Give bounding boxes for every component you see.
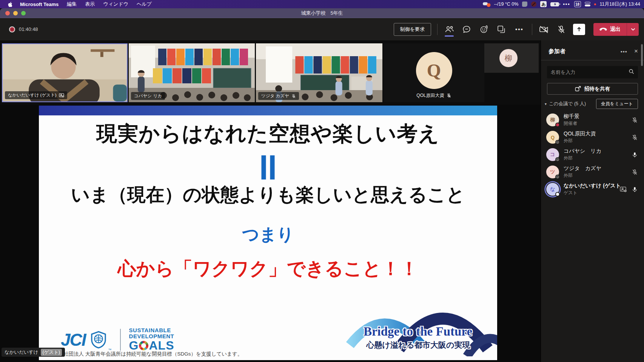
screen-share-stage: 現実からはなれた空想や楽しい考え いま（現在）の状態よりも楽しいと思えること つ… (0, 105, 541, 362)
leave-button-label: 退出 (610, 26, 621, 33)
avatar: コ × (546, 148, 559, 161)
avatar: ツ × (546, 166, 559, 178)
mute-all-button[interactable]: 全員をミュート (596, 99, 638, 109)
participant-row[interactable]: Q × QOL原田大資 外部 (541, 129, 644, 146)
search-icon[interactable] (629, 69, 634, 76)
video-tile-nakai[interactable]: なかいだいすけ (ゲスト) (2, 43, 128, 102)
tile-participant-name: ツジタ カズヤ (261, 93, 289, 99)
toolbar-separator (437, 24, 438, 35)
presence-available-icon (555, 192, 560, 196)
participant-search[interactable] (547, 66, 638, 78)
avatar-initial: Q (551, 135, 555, 140)
sdg-goals-rest: ALS (149, 339, 174, 352)
tile-name-tag: ツジタ カズヤ (258, 92, 299, 100)
panel-title: 参加者 (548, 48, 621, 55)
mic-off-icon (447, 93, 451, 98)
window-titlebar: 城東小学校 5年生 (0, 8, 644, 18)
do-not-disturb-icon[interactable] (531, 2, 536, 7)
control-center-icon[interactable] (585, 2, 590, 6)
sdg-logo: SUSTAINABLE DEVELOPMENT G ALS (129, 327, 174, 352)
participant-list: 柳 柳千景 開催者 Q × QOL原田大資 外部 (541, 111, 644, 198)
weather-icon[interactable] (483, 2, 490, 7)
share-invite-button[interactable]: 招待を共有 (547, 83, 638, 95)
menu-view[interactable]: 表示 (85, 1, 95, 8)
share-invite-icon (575, 86, 581, 92)
apple-icon[interactable] (8, 2, 13, 7)
more-actions-icon[interactable]: ••• (513, 26, 526, 32)
leave-button-main[interactable]: 退出 (593, 23, 627, 36)
share-invite-label: 招待を共有 (584, 86, 610, 92)
menu-help[interactable]: ヘルプ (137, 1, 152, 8)
presenter-name: なかいだいすけ (5, 349, 39, 356)
participant-name: コバヤシ リカ (564, 148, 632, 155)
participant-row[interactable]: な なかいだいすけ (ゲスト) ゲスト (541, 181, 644, 198)
avatar: Q (416, 52, 452, 89)
mic-off-icon[interactable] (632, 169, 638, 175)
sdg-color-wheel-icon (139, 341, 148, 350)
menubar-more-icon[interactable]: ••• (563, 2, 570, 7)
video-tile-tsujita[interactable]: ツジタ カズヤ (256, 43, 382, 102)
participant-role: 外部 (564, 138, 632, 144)
macos-menubar: Microsoft Teams 編集 表示 ウィンドウ ヘルプ --/19 °C… (0, 0, 644, 8)
bridge-subtitle: 心懸け溢れる都市大阪の実現 (348, 340, 488, 350)
menu-window[interactable]: ウィンドウ (103, 1, 128, 8)
battery-icon[interactable] (550, 2, 559, 6)
mic-on-icon[interactable] (632, 152, 638, 158)
avatar-initial: な (550, 186, 555, 193)
share-content-button[interactable] (573, 24, 585, 35)
participant-row[interactable]: コ × コバヤシ リカ 外部 (541, 146, 644, 163)
avatar: 柳 (499, 49, 518, 67)
reactions-icon[interactable] (478, 22, 490, 37)
presenting-icon (620, 187, 627, 192)
shared-slide: 現実からはなれた空想や楽しい考え いま（現在）の状態よりも楽しいと思えること つ… (39, 106, 497, 360)
request-control-button[interactable]: 制御を要求 (394, 23, 431, 36)
presence-external-icon: × (555, 157, 560, 162)
camera-off-icon[interactable] (538, 22, 550, 37)
meeting-toolbar: 01:40:48 制御を要求 (0, 18, 644, 40)
slide-line2: いま（現在）の状態よりも楽しいと思えること (39, 183, 497, 207)
panel-divider (541, 60, 644, 60)
panel-scrollbar[interactable] (641, 44, 643, 66)
bridge-title: Bridge to the Future (346, 325, 490, 339)
participants-icon[interactable] (444, 22, 455, 37)
leave-options-chevron[interactable] (627, 23, 639, 36)
breakout-rooms-icon[interactable] (496, 22, 507, 37)
mic-off-icon[interactable] (556, 22, 567, 37)
presenting-icon (59, 93, 64, 98)
notification-dot (594, 3, 596, 5)
mic-on-icon[interactable] (632, 186, 638, 193)
leave-button[interactable]: 退出 (593, 23, 639, 36)
ime-input-icon[interactable]: あ (540, 1, 547, 7)
calendar-icon[interactable]: 18 (574, 1, 581, 7)
mic-off-icon[interactable] (632, 117, 638, 123)
equals-symbol (262, 155, 275, 179)
video-tile-qol-harada[interactable]: Q QOL原田大資 (384, 43, 484, 102)
weather-temp[interactable]: --/19 °C 0% (494, 2, 519, 7)
meeting-attendees-section[interactable]: ▾ この会議で (5 人) 全員をミュート (545, 99, 638, 109)
participant-row[interactable]: 柳 柳千景 開催者 (541, 111, 644, 129)
participant-name: ツジタ カズヤ (564, 165, 632, 172)
participant-name: 柳千景 (564, 113, 632, 120)
presence-external-icon: × (555, 140, 560, 144)
video-tile-kobayashi[interactable]: コバヤシ リカ (129, 43, 255, 102)
search-input[interactable] (547, 69, 629, 75)
menu-edit[interactable]: 編集 (67, 1, 77, 8)
avatar-initial: コ (550, 151, 555, 158)
menubar-app-name[interactable]: Microsoft Teams (20, 2, 59, 7)
sdg-goals-g: G (129, 339, 139, 352)
panel-close-icon[interactable]: × (634, 48, 638, 55)
panel-more-icon[interactable]: ••• (621, 49, 627, 54)
video-tile-yanagi[interactable]: 柳 (484, 43, 539, 73)
avatar-initial: ツ (550, 169, 555, 175)
presence-busy-icon (555, 123, 560, 127)
participant-row[interactable]: ツ × ツジタ カズヤ 外部 (541, 163, 644, 181)
evernote-icon[interactable] (522, 2, 527, 7)
menubar-clock[interactable]: 11月18日(木) 13:44 (600, 1, 640, 8)
avatar: な (546, 183, 559, 196)
section-caret-icon[interactable]: ▾ (545, 102, 547, 106)
meeting-title: 城東小学校 5年生 (0, 8, 644, 18)
chat-icon[interactable] (461, 22, 472, 37)
mic-off-icon[interactable] (632, 134, 638, 141)
participants-panel: 参加者 ••• × 招待を共有 ▾ この会議で (5 人) 全員をミュート 柳 (541, 40, 644, 362)
toolbar-separator (532, 24, 532, 35)
